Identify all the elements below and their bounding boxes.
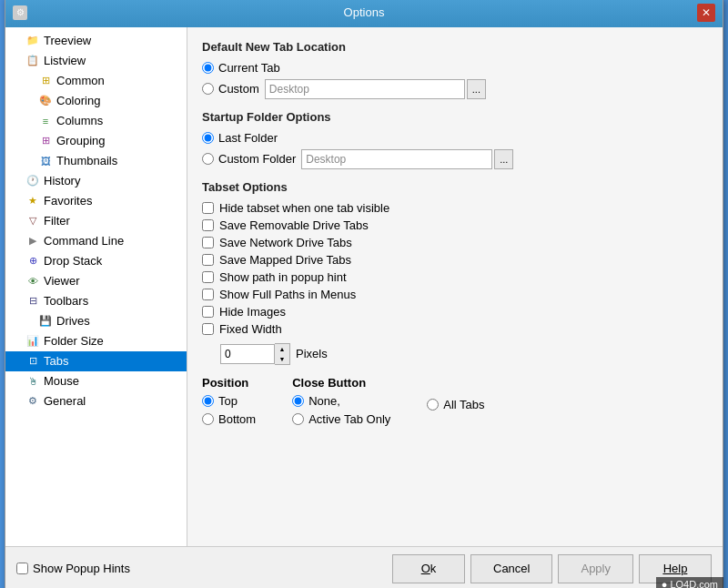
sidebar-item-common[interactable]: ⊞ Common <box>5 71 187 91</box>
fixed-width-checkbox[interactable] <box>202 323 214 335</box>
save-network-label: Save Network Drive Tabs <box>219 236 352 249</box>
dialog-title: Options <box>31 5 697 19</box>
save-mapped-checkbox[interactable] <box>202 254 214 266</box>
current-tab-radio[interactable] <box>202 62 214 74</box>
drives-icon: 💾 <box>38 314 53 329</box>
sidebar-item-columns[interactable]: ≡ Columns <box>5 111 187 131</box>
sidebar-item-mouse[interactable]: 🖱 Mouse <box>5 371 187 391</box>
sidebar-item-label: Columns <box>56 114 103 127</box>
sidebar-item-commandline[interactable]: ▶ Command Line <box>5 231 187 251</box>
all-tabs-radio-row: All Tabs <box>427 398 484 411</box>
spinner-down-btn[interactable]: ▼ <box>275 354 289 364</box>
show-full-paths-row: Show Full Paths in Menus <box>202 288 708 301</box>
sidebar-item-grouping[interactable]: ⊞ Grouping <box>5 131 187 151</box>
last-folder-radio[interactable] <box>202 132 214 144</box>
history-icon: 🕐 <box>25 174 40 188</box>
bottom-radio-row: Bottom <box>202 412 256 426</box>
sidebar-item-label: Tabs <box>44 354 68 368</box>
close-button[interactable]: ✕ <box>697 4 715 22</box>
sidebar-item-viewer[interactable]: 👁 Viewer <box>5 271 187 291</box>
bottom-label: Bottom <box>218 412 256 426</box>
current-tab-row: Current Tab <box>202 61 708 75</box>
sidebar-item-label: History <box>44 174 80 188</box>
show-path-hint-row: Show path in popup hint <box>202 270 708 284</box>
show-full-paths-checkbox[interactable] <box>202 289 214 300</box>
custom-tab-radio[interactable] <box>202 83 214 95</box>
sidebar-item-label: Thumbnails <box>56 154 117 167</box>
tabset-options-title: Tabset Options <box>202 180 708 194</box>
fixed-width-row: Fixed Width <box>202 322 708 336</box>
sidebar-item-listview[interactable]: 📋 Listview <box>5 51 187 71</box>
show-path-hint-checkbox[interactable] <box>202 271 214 283</box>
sidebar-item-history[interactable]: 🕐 History <box>5 171 187 191</box>
sidebar-item-foldersize[interactable]: 📊 Folder Size <box>5 331 187 351</box>
app-icon: ⚙ <box>13 5 27 20</box>
bottom-buttons: Ok Cancel Apply Help <box>392 554 712 583</box>
sidebar-item-label: Folder Size <box>44 334 104 348</box>
foldersize-icon: 📊 <box>25 334 40 349</box>
show-popup-hints-label: Show Popup Hints <box>33 562 130 575</box>
show-popup-hints-area: Show Popup Hints <box>16 562 130 575</box>
hide-images-checkbox[interactable] <box>202 306 214 318</box>
sidebar-item-label: Coloring <box>56 94 100 107</box>
save-removable-checkbox[interactable] <box>202 219 214 231</box>
custom-folder-input[interactable] <box>301 149 492 169</box>
commandline-icon: ▶ <box>25 234 40 248</box>
sidebar-item-filter[interactable]: ▽ Filter <box>5 211 187 231</box>
toolbars-icon: ⊟ <box>25 294 40 309</box>
title-bar: ⚙ Options ✕ <box>5 0 723 27</box>
sidebar-item-drives[interactable]: 💾 Drives <box>5 311 187 331</box>
top-radio-row: Top <box>202 394 256 408</box>
save-removable-row: Save Removable Drive Tabs <box>202 218 708 232</box>
treeview-icon: 📁 <box>25 34 40 48</box>
sidebar-item-coloring[interactable]: 🎨 Coloring <box>5 91 187 111</box>
custom-folder-label: Custom Folder <box>218 152 296 166</box>
pixel-spinner-input[interactable] <box>220 344 275 364</box>
pixel-spinner-row: ▲ ▼ Pixels <box>220 343 708 365</box>
startup-folder-title: Startup Folder Options <box>202 110 708 124</box>
sidebar-item-general[interactable]: ⚙ General <box>5 391 187 411</box>
custom-tab-row: Custom ... <box>202 79 708 99</box>
active-tab-radio-row: Active Tab Only <box>292 412 390 426</box>
hide-tabset-row: Hide tabset when one tab visible <box>202 201 708 215</box>
help-label: Help <box>663 562 688 575</box>
custom-tab-input[interactable] <box>265 79 465 99</box>
last-folder-label: Last Folder <box>218 131 278 145</box>
ok-button[interactable]: Ok <box>392 554 465 583</box>
sidebar-item-favorites[interactable]: ★ Favorites <box>5 191 187 211</box>
custom-folder-browse-btn[interactable]: ... <box>494 149 513 169</box>
custom-folder-radio[interactable] <box>202 153 214 165</box>
show-popup-hints-checkbox[interactable] <box>16 563 28 574</box>
save-mapped-row: Save Mapped Drive Tabs <box>202 253 708 267</box>
all-tabs-radio[interactable] <box>427 399 439 411</box>
last-folder-row: Last Folder <box>202 131 708 145</box>
all-tabs-label: All Tabs <box>443 398 484 411</box>
viewer-icon: 👁 <box>25 274 40 289</box>
apply-button[interactable]: Apply <box>558 554 633 583</box>
top-label: Top <box>218 394 238 408</box>
active-tab-only-radio[interactable] <box>292 413 304 425</box>
help-button[interactable]: Help <box>639 554 712 583</box>
hide-tabset-checkbox[interactable] <box>202 202 214 214</box>
sidebar-item-label: Favorites <box>44 194 92 208</box>
sidebar-item-tabs[interactable]: ⊡ Tabs <box>5 351 187 371</box>
close-button-group: Close Button None, Active Tab Only <box>292 376 390 431</box>
sidebar-item-thumbnails[interactable]: 🖼 Thumbnails <box>5 151 187 171</box>
sidebar-item-label: Grouping <box>56 134 105 147</box>
spinner-up-btn[interactable]: ▲ <box>275 344 289 354</box>
save-network-checkbox[interactable] <box>202 237 214 248</box>
tabs-icon: ⊡ <box>25 354 40 369</box>
top-radio[interactable] <box>202 395 214 407</box>
options-dialog: ⚙ Options ✕ 📁 Treeview 📋 Listview ⊞ Comm… <box>5 0 723 588</box>
none-radio[interactable] <box>292 395 304 407</box>
custom-tab-browse-btn[interactable]: ... <box>467 79 486 99</box>
all-tabs-group: All Tabs <box>427 376 484 431</box>
none-label: None, <box>308 394 340 408</box>
sidebar-item-label: General <box>44 394 86 408</box>
cancel-button[interactable]: Cancel <box>470 554 552 583</box>
sidebar-item-dropstack[interactable]: ⊕ Drop Stack <box>5 251 187 271</box>
sidebar-item-toolbars[interactable]: ⊟ Toolbars <box>5 291 187 311</box>
sidebar-item-treeview[interactable]: 📁 Treeview <box>5 31 187 51</box>
save-network-row: Save Network Drive Tabs <box>202 236 708 249</box>
bottom-radio[interactable] <box>202 413 214 425</box>
